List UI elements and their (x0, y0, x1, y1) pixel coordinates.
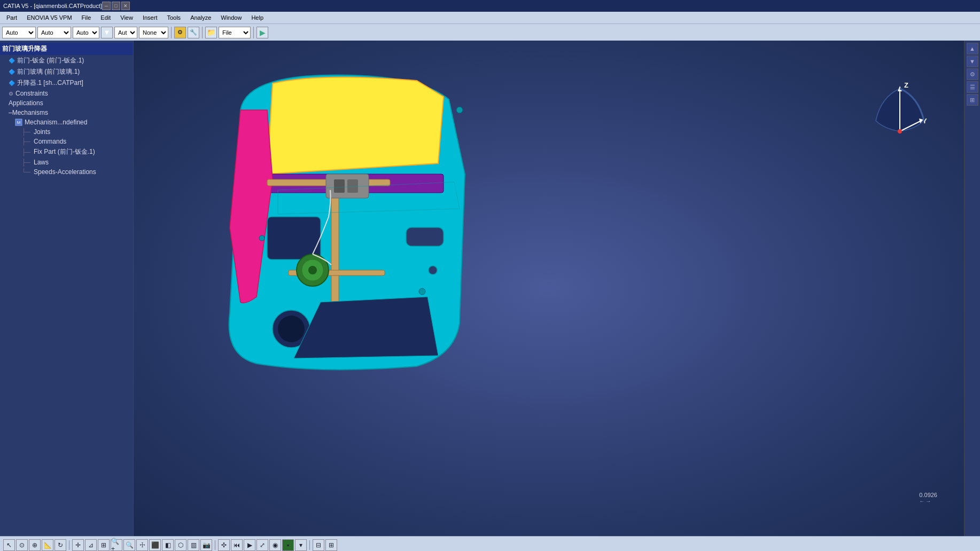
menu-part[interactable]: Part (2, 13, 21, 22)
tree-item-laws[interactable]: ├─ Laws (0, 158, 133, 167)
tree-item-joints[interactable]: ├─ Joints (0, 127, 133, 137)
toolbar-separator-3 (253, 27, 254, 38)
bttoolbar-sep-2 (215, 540, 215, 550)
tree-item-mechanisms[interactable]: –Mechanisms (0, 108, 133, 117)
tree-item-constraints[interactable]: ⚙ Constraints (0, 89, 133, 98)
tree-item-boli[interactable]: 🔷 前门玻璃 (前门玻璃.1) (0, 66, 133, 77)
select-none[interactable]: None (139, 27, 168, 38)
mechanism-icon: M (15, 119, 22, 126)
svg-point-16 (456, 107, 463, 113)
bt-icon-zoom-in[interactable]: 🔍+ (111, 539, 122, 551)
bttoolbar-sep-1 (69, 540, 69, 550)
bt-icon-constraint[interactable]: ⊿ (85, 539, 97, 551)
tree-item-commands[interactable]: ├─ Commands (0, 137, 133, 146)
bt-icon-align[interactable]: ⊞ (98, 539, 110, 551)
constraint-icon: ⚙ (9, 91, 13, 97)
svg-text:M: M (17, 120, 21, 125)
right-icon-4[interactable]: ☰ (967, 81, 978, 93)
menu-analyze[interactable]: Analyze (186, 13, 215, 22)
tree-root[interactable]: 前门玻璃升降器 (0, 43, 133, 55)
tree-item-bangjin[interactable]: 🔷 前门-钣金 (前门-钣金.1) (0, 55, 133, 66)
bt-icon-filter[interactable]: ▾ (295, 539, 307, 551)
bttoolbar-sep-3 (309, 540, 310, 550)
svg-point-19 (419, 288, 425, 295)
tree-item-fixpart[interactable]: ├─ Fix Part (前门-钣金.1) (0, 146, 133, 158)
bt-icon-snap[interactable]: ⊕ (29, 539, 41, 551)
toolbar-layer-icon[interactable]: 🔧 (188, 27, 199, 38)
menu-file[interactable]: File (77, 13, 96, 22)
part-icon-2: 🔷 (9, 69, 15, 75)
bt-icon-section[interactable]: ▥ (188, 539, 199, 551)
svg-point-14 (278, 316, 305, 342)
bt-icon-zoom-out[interactable]: 🔍 (123, 539, 135, 551)
bt-icon-box[interactable]: ⬛ (149, 539, 161, 551)
3d-model (214, 67, 481, 377)
tree-line-speeds: └─ (21, 168, 30, 176)
menu-help[interactable]: Help (247, 13, 268, 22)
toolbar-filter-icon[interactable]: ⚙ (174, 27, 186, 38)
door-panel (229, 75, 465, 370)
toolbar-icon-1[interactable]: ▼ (101, 27, 113, 38)
menu-tools[interactable]: Tools (162, 13, 185, 22)
select-auto-2[interactable]: AutoManual (37, 27, 71, 38)
part-icon-1: 🔷 (9, 58, 15, 64)
window-controls: ─ □ ✕ (102, 2, 130, 10)
right-panel: ▲ ▼ ⚙ ☰ ⊞ (964, 41, 980, 536)
tree-line-commands: ├─ (21, 138, 30, 145)
tree-item-speeds[interactable]: └─ Speeds-Accelerations (0, 167, 133, 177)
bt-icon-photo[interactable]: 📷 (200, 539, 212, 551)
right-icon-2[interactable]: ▼ (967, 56, 978, 67)
tree-item-mechanism-undefined[interactable]: M Mechanism...ndefined (0, 117, 133, 127)
tree-line-fix: ├─ (21, 148, 30, 156)
bt-icon-color[interactable]: ▪ (282, 539, 294, 551)
bottom-toolbar: ↖ ⊙ ⊕ 📐 ↻ ✛ ⊿ ⊞ 🔍+ 🔍 ☩ ⬛ ◧ ⬡ ▥ 📷 ✣ ⏮ ▶ ⤢… (0, 536, 980, 551)
bt-icon-render[interactable]: ⬡ (175, 539, 186, 551)
menu-window[interactable]: Window (216, 13, 246, 22)
toolbar: AutoManual AutoManual Auto ▼ Aut None ⚙ … (0, 23, 980, 41)
menu-insert[interactable]: Insert (138, 13, 162, 22)
select-auto-1[interactable]: AutoManual (2, 27, 36, 38)
part-icon-3: 🔷 (9, 80, 15, 86)
svg-point-18 (429, 266, 437, 274)
toolbar-folder-icon[interactable]: 📁 (205, 27, 217, 38)
bt-icon-misc1[interactable]: ⊟ (313, 539, 324, 551)
coord-display: 0.0926 ←→ (919, 492, 937, 504)
svg-rect-12 (347, 179, 358, 193)
select-aut[interactable]: Aut (114, 27, 137, 38)
tree-item-applications[interactable]: Applications (0, 98, 133, 108)
titlebar-title: CATIA V5 - [qianmenboli.CATProduct] (3, 3, 102, 9)
bt-icon-measure[interactable]: 📐 (42, 539, 53, 551)
bt-icon-misc2[interactable]: ⊞ (325, 539, 337, 551)
svg-rect-15 (406, 227, 444, 246)
bt-icon-move[interactable]: ✛ (72, 539, 84, 551)
tree-line-laws: ├─ (21, 159, 30, 166)
svg-text:Z: Z (904, 81, 908, 89)
minimize-button[interactable]: ─ (102, 2, 111, 10)
bt-icon-point[interactable]: ⊙ (16, 539, 28, 551)
tree-root-label: 前门玻璃升降器 (2, 44, 47, 53)
bt-icon-axis[interactable]: ✣ (218, 539, 230, 551)
right-icon-5[interactable]: ⊞ (967, 94, 978, 106)
bt-icon-select[interactable]: ↖ (3, 539, 15, 551)
menu-view[interactable]: View (116, 13, 137, 22)
maximize-button[interactable]: □ (112, 2, 120, 10)
bt-icon-zoom-fit[interactable]: ⤢ (256, 539, 268, 551)
menu-edit[interactable]: Edit (96, 13, 115, 22)
bt-icon-rotate[interactable]: ↻ (55, 539, 66, 551)
tree-line-joints: ├─ (21, 128, 30, 136)
close-button[interactable]: ✕ (121, 2, 130, 10)
bt-icon-prev[interactable]: ⏮ (231, 539, 243, 551)
toolbar-run-icon[interactable]: ▶ (256, 27, 268, 38)
svg-rect-11 (334, 179, 345, 193)
select-file[interactable]: File (219, 27, 251, 38)
menu-enovia[interactable]: ENOVIA V5 VPM (22, 13, 76, 22)
bt-icon-play[interactable]: ▶ (244, 539, 255, 551)
right-icon-3[interactable]: ⚙ (967, 68, 978, 80)
select-auto-3[interactable]: Auto (73, 27, 99, 38)
bt-icon-pan[interactable]: ☩ (136, 539, 148, 551)
bt-icon-visibility[interactable]: ◉ (269, 539, 281, 551)
right-icon-1[interactable]: ▲ (967, 43, 978, 54)
viewport[interactable]: Z Y 0.0926 ←→ (134, 41, 964, 536)
tree-item-shengjiang[interactable]: 🔷 升降器.1 [sh...CATPart] (0, 77, 133, 89)
bt-icon-shade[interactable]: ◧ (162, 539, 174, 551)
